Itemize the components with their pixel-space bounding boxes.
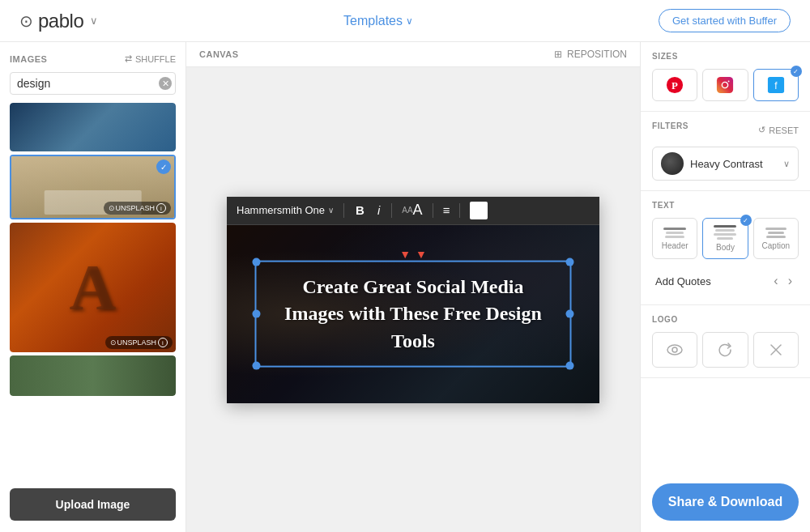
reset-button[interactable]: ↺ RESET	[758, 125, 799, 135]
canvas-label: CANVAS	[199, 49, 239, 59]
canvas-text[interactable]: Create Great Social Media Images with Th…	[273, 273, 554, 355]
text-line	[714, 233, 736, 236]
caption-label: Caption	[762, 241, 790, 250]
arrow-down-icon: ▼	[399, 247, 411, 260]
nav-center: Templates ∨	[343, 14, 413, 28]
canvas-area: CANVAS ⊞ REPOSITION Hammersmith One ∨ B …	[186, 42, 640, 532]
unsplash-badge-2: ⊙UNSPLASH i	[105, 336, 173, 349]
text-line	[768, 232, 784, 234]
images-grid: ⊙UNSPLASH i A ⊙UNSPLASH i	[10, 103, 176, 480]
info-icon: i	[156, 203, 166, 213]
resize-handle-tr[interactable]	[566, 257, 574, 266]
align-button[interactable]: ≡	[443, 203, 450, 217]
pinterest-icon: P	[666, 76, 684, 94]
get-started-button[interactable]: Get started with Buffer	[659, 9, 791, 32]
canvas-content: Hammersmith One ∨ B i AA A ≡	[186, 67, 640, 532]
next-quote-button[interactable]: ›	[785, 274, 795, 288]
filter-caret-icon: ∨	[783, 159, 790, 169]
filters-title: FILTERS	[652, 121, 688, 130]
svg-text:P: P	[671, 80, 678, 92]
resize-handle-ml[interactable]	[253, 310, 261, 318]
caption-preview	[765, 228, 787, 238]
caption-text-option[interactable]: Caption	[753, 218, 799, 259]
filters-header: FILTERS ↺ RESET	[652, 121, 799, 138]
reset-icon: ↺	[758, 125, 765, 135]
selected-check-icon	[156, 160, 171, 174]
font-caret-icon: ∨	[328, 206, 334, 215]
toolbar-separator-3	[433, 203, 433, 218]
text-formatting-toolbar: Hammersmith One ∨ B i AA A ≡	[227, 197, 599, 225]
resize-handle-tl[interactable]	[253, 257, 261, 266]
bold-button[interactable]: B	[354, 203, 366, 217]
logo-icon: ⊙	[19, 11, 33, 31]
arrow-indicators: ▼ ▼	[399, 247, 427, 260]
info-icon-2: i	[158, 338, 168, 347]
list-item[interactable]	[10, 103, 176, 151]
text-box[interactable]: ▼ ▼ Create Great Social Media Images wit…	[255, 260, 572, 368]
logo-eye-option[interactable]	[652, 332, 697, 368]
svg-rect-2	[717, 77, 733, 93]
search-input[interactable]	[17, 77, 159, 90]
add-quotes-row[interactable]: Add Quotes ‹ ›	[652, 267, 799, 295]
pinterest-size-option[interactable]: P	[652, 69, 697, 101]
twitter-icon: f	[767, 76, 785, 94]
reposition-button[interactable]: ⊞ REPOSITION	[554, 49, 627, 60]
logo-options	[652, 332, 799, 368]
resize-handle-mr[interactable]	[566, 310, 574, 318]
italic-button[interactable]: i	[376, 203, 382, 217]
twitter-selected-check: ✓	[791, 66, 802, 77]
body-text-option[interactable]: ✓ Body	[702, 218, 748, 259]
header-preview	[663, 228, 686, 238]
list-item[interactable]: A ⊙UNSPLASH i	[10, 223, 176, 352]
text-line	[666, 232, 684, 234]
share-download-button[interactable]: Share & Download	[652, 483, 799, 521]
prev-quote-button[interactable]: ‹	[770, 274, 781, 288]
shuffle-button[interactable]: ⇄ SHUFFLE	[125, 53, 176, 64]
twitter-size-option[interactable]: ✓ f	[753, 69, 799, 101]
list-item[interactable]	[10, 355, 176, 396]
resize-handle-bl[interactable]	[253, 362, 261, 370]
font-size-button[interactable]: AA A	[402, 202, 422, 219]
logo-title: LOGO	[652, 315, 799, 324]
main-layout: IMAGES ⇄ SHUFFLE ✕ ⊙UNS	[0, 42, 810, 532]
color-swatch[interactable]	[470, 202, 488, 219]
logo-refresh-option[interactable]	[702, 332, 748, 368]
logo[interactable]: ⊙ pablo ∨	[19, 10, 98, 32]
logo-section: LOGO	[641, 305, 810, 378]
body-preview	[714, 225, 736, 240]
text-line	[714, 225, 736, 228]
svg-point-8	[672, 347, 677, 352]
quotes-navigation: ‹ ›	[770, 274, 795, 288]
eye-icon	[667, 344, 683, 355]
arrow-down-icon-2: ▼	[416, 247, 427, 260]
shuffle-icon: ⇄	[125, 53, 132, 64]
images-title: IMAGES	[10, 54, 47, 64]
font-selector[interactable]: Hammersmith One ∨	[237, 204, 334, 216]
instagram-size-option[interactable]	[702, 69, 748, 101]
header-text-option[interactable]: Header	[652, 218, 697, 259]
canvas-toolbar: CANVAS ⊞ REPOSITION	[186, 42, 640, 67]
share-section: Share & Download	[641, 472, 810, 532]
text-line	[766, 236, 786, 238]
text-line	[717, 237, 733, 240]
instagram-icon	[716, 76, 734, 94]
toolbar-separator-4	[459, 203, 460, 218]
list-item[interactable]: ⊙UNSPLASH i	[10, 155, 176, 219]
filter-dropdown[interactable]: Heavy Contrast ∨	[652, 147, 799, 181]
header: ⊙ pablo ∨ Templates ∨ Get started with B…	[0, 0, 810, 42]
templates-button[interactable]: Templates ∨	[343, 14, 413, 28]
sizes-grid: P	[652, 69, 799, 101]
text-title: TEXT	[652, 201, 799, 210]
close-icon	[770, 343, 782, 356]
logo-caret-icon: ∨	[90, 15, 98, 27]
logo-text: pablo	[38, 10, 83, 32]
sizes-title: SIZES	[652, 52, 799, 61]
search-clear-button[interactable]: ✕	[159, 77, 172, 90]
resize-handle-br[interactable]	[566, 362, 574, 370]
logo-remove-option[interactable]	[753, 332, 799, 368]
canvas-editor: Hammersmith One ∨ B i AA A ≡	[227, 197, 599, 403]
reposition-icon: ⊞	[554, 49, 562, 60]
canvas-image: ▼ ▼ Create Great Social Media Images wit…	[227, 225, 599, 403]
text-options: Header ✓ Body	[652, 218, 799, 259]
upload-image-button[interactable]: Upload Image	[10, 488, 176, 521]
